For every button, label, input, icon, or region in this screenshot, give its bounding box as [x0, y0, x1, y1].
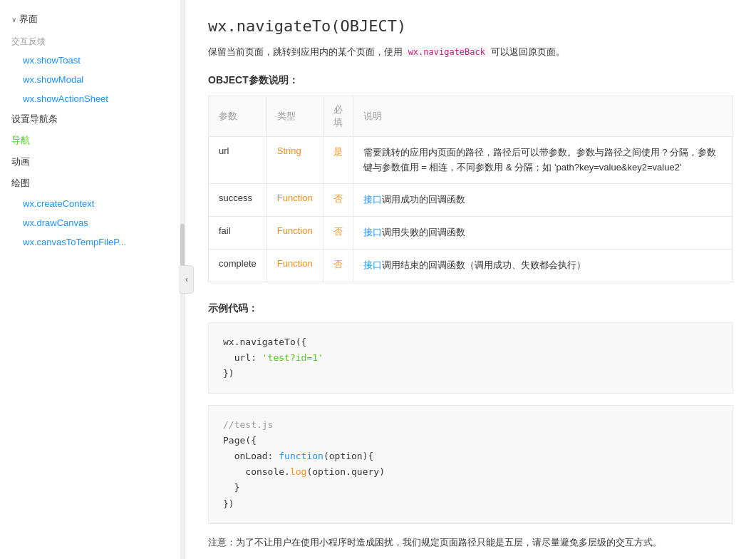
code-section-title: 示例代码： — [208, 302, 733, 315]
table-row: fail Function 否 接口调用失败的回调函数 — [209, 217, 733, 250]
param-required-complete: 否 — [323, 249, 353, 282]
th-required: 必填 — [323, 96, 353, 136]
param-name-url: url — [209, 136, 267, 184]
code-line: } — [223, 480, 718, 496]
code-function: log — [290, 466, 306, 477]
desc-code: wx.navigateBack — [405, 47, 488, 57]
sidebar-item-canvastotempfile[interactable]: wx.canvasToTempFileP... — [0, 232, 185, 252]
sidebar-item-showtoast[interactable]: wx.showToast — [0, 51, 185, 70]
param-desc-complete: 接口调用结束的回调函数（调用成功、失败都会执行） — [353, 249, 732, 282]
code-block-1: wx.navigateTo({ url: 'test?id=1' }) — [208, 322, 733, 394]
sidebar-item-createcontext[interactable]: wx.createContext — [0, 194, 185, 213]
sidebar-item-animation[interactable]: 动画 — [0, 151, 185, 173]
sidebar-item-showmodal[interactable]: wx.showModal — [0, 70, 185, 89]
sidebar-item-navigation[interactable]: 导航 — [0, 130, 185, 151]
code-plain: Page({ — [223, 435, 257, 446]
code-line: console.log(option.query) — [223, 464, 718, 480]
sidebar: ∨ 界面 交互反馈 wx.showToast wx.showModal wx.s… — [0, 0, 185, 559]
code-line: //test.js — [223, 417, 718, 433]
params-table: 参数 类型 必填 说明 url String 是 需要跳转的应用内页面的路径，路… — [208, 96, 733, 282]
param-name-success: success — [209, 184, 267, 217]
sidebar-item-drawing[interactable]: 绘图 — [0, 173, 185, 194]
page-description: 保留当前页面，跳转到应用内的某个页面，使用 wx.navigateBack 可以… — [208, 45, 733, 60]
code-string: 'test?id=1' — [262, 352, 323, 363]
code-plain: (option){ — [323, 451, 373, 461]
th-param: 参数 — [209, 96, 267, 136]
param-desc-complete-link[interactable]: 接口 — [363, 260, 382, 270]
code-plain: onLoad: — [223, 451, 279, 461]
sidebar-collapse-button[interactable]: ‹ — [180, 265, 194, 294]
param-type-url: String — [266, 136, 323, 184]
table-row: url String 是 需要跳转的应用内页面的路径，路径后可以带参数。参数与路… — [209, 136, 733, 184]
code-plain: } — [223, 482, 239, 493]
table-row: complete Function 否 接口调用结束的回调函数（调用成功、失败都… — [209, 249, 733, 282]
param-required-success: 否 — [323, 184, 353, 217]
param-required-fail: 否 — [323, 217, 353, 250]
sidebar-group-interaction[interactable]: 交互反馈 — [0, 31, 185, 51]
th-desc: 说明 — [353, 96, 732, 136]
main-content: wx.navigateTo(OBJECT) 保留当前页面，跳转到应用内的某个页面… — [185, 0, 756, 559]
desc-post: 可以返回原页面。 — [488, 46, 565, 57]
sidebar-item-drawcanvas[interactable]: wx.drawCanvas — [0, 213, 185, 232]
sidebar-section-interface[interactable]: ∨ 界面 — [0, 7, 185, 31]
param-type-complete: Function — [266, 249, 323, 282]
code-line: }) — [223, 496, 718, 512]
param-name-fail: fail — [209, 217, 267, 250]
param-type-success: Function — [266, 184, 323, 217]
param-name-complete: complete — [209, 249, 267, 282]
code-comment: //test.js — [223, 419, 273, 430]
sidebar-arrow: ∨ — [11, 16, 16, 24]
code-line: onLoad: function(option){ — [223, 448, 718, 464]
note-text: 注意：为了不让用户在使用小程序时造成困扰，我们规定页面路径只能是五层，请尽量避免… — [208, 535, 733, 550]
param-desc-fail-link[interactable]: 接口 — [363, 227, 382, 237]
param-desc-success: 接口调用成功的回调函数 — [353, 184, 732, 217]
code-plain: url: — [223, 352, 262, 363]
sidebar-item-set-navbar[interactable]: 设置导航条 — [0, 108, 185, 130]
table-row: success Function 否 接口调用成功的回调函数 — [209, 184, 733, 217]
code-line: wx.navigateTo({ — [223, 334, 718, 350]
param-type-fail: Function — [266, 217, 323, 250]
code-line: url: 'test?id=1' — [223, 350, 718, 366]
code-line: Page({ — [223, 433, 718, 448]
code-block-2: //test.js Page({ onLoad: function(option… — [208, 405, 733, 524]
param-required-url: 是 — [323, 136, 353, 184]
param-desc-success-link[interactable]: 接口 — [363, 194, 382, 205]
code-plain: (option.query) — [306, 466, 385, 477]
sidebar-item-showactionsheet[interactable]: wx.showActionSheet — [0, 89, 185, 108]
param-desc-fail: 接口调用失败的回调函数 — [353, 217, 732, 250]
code-line: }) — [223, 366, 718, 381]
params-section-title: OBJECT参数说明： — [208, 74, 733, 87]
collapse-icon: ‹ — [185, 275, 188, 284]
sidebar-section-label: 界面 — [19, 13, 38, 26]
code-plain: wx.navigateTo({ — [223, 337, 306, 347]
th-type: 类型 — [266, 96, 323, 136]
param-desc-url: 需要跳转的应用内页面的路径，路径后可以带参数。参数与路径之间使用 ? 分隔，参数… — [353, 136, 732, 184]
code-plain: console. — [223, 466, 290, 477]
page-title: wx.navigateTo(OBJECT) — [208, 17, 733, 35]
code-plain: }) — [223, 498, 234, 509]
desc-pre: 保留当前页面，跳转到应用内的某个页面，使用 — [208, 46, 405, 57]
code-keyword: function — [279, 451, 323, 461]
code-plain: }) — [223, 368, 234, 379]
